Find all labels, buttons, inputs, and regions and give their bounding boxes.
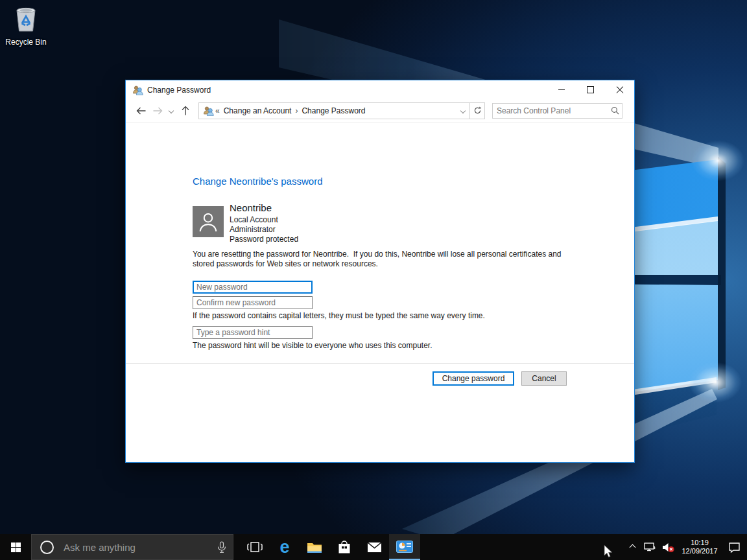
mouse-cursor <box>604 544 613 558</box>
chevron-down-icon <box>460 108 466 113</box>
wallpaper-glow-top <box>682 134 747 188</box>
page-title: Change Neontribe's password <box>193 176 322 187</box>
minimize-button[interactable] <box>547 80 576 99</box>
address-dropdown-button[interactable] <box>456 109 469 113</box>
wallpaper-glow-bottom <box>680 355 747 410</box>
microphone-icon[interactable] <box>211 541 233 554</box>
recent-pages-dropdown[interactable] <box>166 109 176 113</box>
forward-arrow-icon <box>152 106 163 115</box>
up-button[interactable] <box>176 106 195 116</box>
chevron-up-icon <box>629 544 635 550</box>
start-button[interactable] <box>0 534 31 560</box>
maximize-button[interactable] <box>576 80 605 99</box>
network-icon <box>644 542 656 552</box>
volume-button[interactable] <box>659 534 678 560</box>
control-panel-icon <box>396 541 413 553</box>
change-password-button[interactable]: Change password <box>433 371 514 386</box>
search-input[interactable] <box>493 106 608 115</box>
task-view-button[interactable] <box>240 534 270 560</box>
back-arrow-icon <box>136 106 147 115</box>
cancel-button[interactable]: Cancel <box>521 371 567 386</box>
maximize-icon <box>587 86 594 93</box>
up-arrow-icon <box>181 106 190 116</box>
breadcrumb-user-accounts-icon <box>203 106 214 116</box>
search-icon[interactable] <box>608 106 622 115</box>
breadcrumb-separator-icon: › <box>294 106 299 115</box>
user-name: Neontribe <box>230 202 272 213</box>
confirm-password-field[interactable] <box>193 296 313 309</box>
breadcrumb-change-an-account[interactable]: Change an Account <box>221 106 294 115</box>
footer-divider <box>126 363 634 364</box>
user-account-type: Local Account <box>230 215 278 224</box>
volume-muted-icon <box>662 542 675 553</box>
close-button[interactable] <box>605 80 634 99</box>
file-explorer-button[interactable] <box>300 534 329 560</box>
refresh-button[interactable] <box>470 102 485 119</box>
task-view-icon <box>247 541 263 553</box>
navigation-toolbar: « Change an Account › Change Password <box>126 99 634 122</box>
minimize-icon <box>558 89 565 90</box>
person-silhouette-icon <box>195 209 221 235</box>
clock[interactable]: 10:19 12/09/2017 <box>678 534 721 560</box>
password-hint-field[interactable] <box>193 326 313 339</box>
cortana-icon <box>40 541 54 554</box>
taskbar: Ask me anything e <box>0 534 747 560</box>
cortana-search-box[interactable]: Ask me anything <box>31 534 233 560</box>
system-tray: 10:19 12/09/2017 <box>624 534 747 560</box>
mail-icon <box>367 542 382 553</box>
forward-button[interactable] <box>149 106 166 115</box>
change-password-window: Change Password <box>125 80 635 463</box>
back-button[interactable] <box>132 106 149 115</box>
microsoft-store-button[interactable] <box>329 534 359 560</box>
address-bar[interactable]: « Change an Account › Change Password <box>198 102 470 119</box>
taskbar-search-placeholder: Ask me anything <box>64 542 211 553</box>
control-panel-button-active[interactable] <box>389 534 420 560</box>
clock-date: 12/09/2017 <box>682 547 717 555</box>
window-content: Change Neontribe's password Neontribe Lo… <box>126 122 634 462</box>
taskbar-spacer <box>233 534 240 560</box>
reset-warning-text: You are resetting the password for Neont… <box>193 250 567 269</box>
mail-button[interactable] <box>359 534 389 560</box>
user-protection-status: Password protected <box>230 235 298 244</box>
desktop: Recycle Bin Change Password <box>0 0 747 560</box>
user-role: Administrator <box>230 225 276 234</box>
recycle-bin-icon <box>12 4 40 34</box>
clock-time: 10:19 <box>691 539 709 547</box>
title-bar[interactable]: Change Password <box>126 80 634 99</box>
network-status-button[interactable] <box>641 534 659 560</box>
tray-overflow-button[interactable] <box>624 534 641 560</box>
close-icon <box>616 86 624 94</box>
chevron-down-icon <box>169 108 174 113</box>
user-accounts-icon <box>132 85 143 95</box>
store-icon <box>338 541 351 554</box>
recycle-bin-shortcut[interactable]: Recycle Bin <box>5 4 47 47</box>
edge-browser-button[interactable]: e <box>270 534 300 560</box>
action-center-icon <box>728 542 741 553</box>
window-title: Change Password <box>147 86 211 95</box>
breadcrumb-prefix: « <box>214 106 221 115</box>
breadcrumb-change-password[interactable]: Change Password <box>299 106 368 115</box>
control-panel-search[interactable] <box>492 103 622 119</box>
recycle-bin-label: Recycle Bin <box>5 38 47 47</box>
user-avatar <box>193 206 224 237</box>
capital-letters-note: If the password contains capital letters… <box>193 311 485 320</box>
refresh-icon <box>473 106 482 115</box>
action-center-button[interactable] <box>721 534 747 560</box>
edge-icon: e <box>279 539 289 556</box>
windows-logo-icon <box>11 542 21 552</box>
file-explorer-icon <box>307 541 322 554</box>
new-password-field[interactable] <box>193 281 313 294</box>
hint-visibility-note: The password hint will be visible to eve… <box>193 341 433 350</box>
